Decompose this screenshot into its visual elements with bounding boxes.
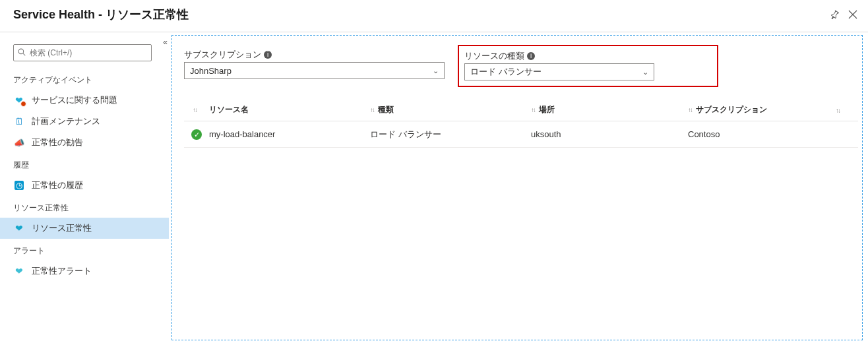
sidebar-item-planned-maintenance[interactable]: 計画メンテナンス xyxy=(0,111,169,132)
cell-name: my-load-balancer xyxy=(206,129,370,139)
blade-header: Service Health - リソース正常性 xyxy=(0,0,868,32)
col-header-location[interactable]: ↑↓場所 xyxy=(531,104,688,115)
sidebar-item-label: 正常性の勧告 xyxy=(32,137,83,148)
sidebar-item-label: 計画メンテナンス xyxy=(32,115,100,127)
filter-label-text: サブスクリプション xyxy=(184,49,261,61)
collapse-sidebar-icon[interactable]: « xyxy=(163,38,168,47)
sidebar-item-health-alerts[interactable]: 正常性アラート xyxy=(0,261,169,282)
subscription-dropdown[interactable]: JohnSharp ⌄ xyxy=(184,62,445,79)
chevron-down-icon: ⌄ xyxy=(433,67,439,75)
info-icon[interactable]: i xyxy=(264,51,272,59)
col-header-status[interactable]: ↑↓ xyxy=(187,106,206,113)
info-icon[interactable]: i xyxy=(527,52,535,60)
cell-location: uksouth xyxy=(531,129,688,139)
col-label: リソース名 xyxy=(209,105,249,114)
col-header-type[interactable]: ↑↓種類 xyxy=(370,104,531,115)
col-label: 種類 xyxy=(378,105,394,114)
col-label: サブスクリプション xyxy=(696,105,767,114)
megaphone-icon xyxy=(13,137,25,148)
chevron-down-icon: ⌄ xyxy=(642,68,648,77)
sidebar-item-label: 正常性アラート xyxy=(32,265,92,277)
status-ok-icon: ✓ xyxy=(191,129,202,140)
nav-group-resource-health: リソース正常性 xyxy=(0,196,169,218)
main-panel: サブスクリプション i JohnSharp ⌄ リソースの種類 i ロード バラ… xyxy=(171,35,863,340)
cell-status: ✓ xyxy=(187,129,206,140)
pin-icon[interactable] xyxy=(829,10,839,20)
search-icon xyxy=(18,48,26,58)
sort-icon: ↑↓ xyxy=(370,106,374,113)
filter-subscription-label: サブスクリプション i xyxy=(184,49,445,61)
filter-resource-type-label: リソースの種類 i xyxy=(464,50,712,62)
heart-pulse-icon xyxy=(13,222,25,234)
sidebar-item-label: サービスに関する問題 xyxy=(32,94,117,106)
dropdown-value: JohnSharp xyxy=(190,66,232,76)
filter-resource-type: リソースの種類 i ロード バランサー ⌄ xyxy=(458,45,718,87)
col-header-tail[interactable]: ↑↓ xyxy=(836,106,855,115)
filter-label-text: リソースの種類 xyxy=(464,50,524,62)
dropdown-value: ロード バランサー xyxy=(470,66,542,78)
sort-icon: ↑↓ xyxy=(688,106,692,113)
sidebar-item-label: 正常性の履歴 xyxy=(32,179,83,191)
nav-group-alerts: アラート xyxy=(0,239,169,261)
page-title: Service Health - リソース正常性 xyxy=(13,7,189,22)
calendar-icon xyxy=(13,115,25,127)
search-input[interactable] xyxy=(13,44,152,61)
sidebar-item-label: リソース正常性 xyxy=(32,222,92,234)
sort-icon: ↑↓ xyxy=(531,106,535,113)
heart-alert-icon xyxy=(13,265,25,277)
table-header-row: ↑↓ リソース名 ↑↓種類 ↑↓場所 ↑↓サブスクリプション ↑↓ xyxy=(184,99,858,121)
sidebar-item-health-history[interactable]: 正常性の履歴 xyxy=(0,175,169,196)
sidebar: « アクティブなイベント サービスに関する問題 計画メンテナンス 正常性の勧告 xyxy=(0,32,169,343)
sort-icon: ↑↓ xyxy=(836,107,840,114)
resource-type-dropdown[interactable]: ロード バランサー ⌄ xyxy=(464,63,654,80)
header-actions xyxy=(829,10,857,20)
close-icon[interactable] xyxy=(848,10,857,19)
filter-subscription: サブスクリプション i JohnSharp ⌄ xyxy=(184,49,445,87)
col-label: 場所 xyxy=(539,105,555,114)
heart-alert-icon xyxy=(13,94,25,106)
filter-bar: サブスクリプション i JohnSharp ⌄ リソースの種類 i ロード バラ… xyxy=(184,49,858,87)
nav-group-history: 履歴 xyxy=(0,153,169,175)
search-field[interactable] xyxy=(30,48,147,57)
sort-icon: ↑↓ xyxy=(193,106,197,113)
nav-group-active-events: アクティブなイベント xyxy=(0,68,169,90)
sidebar-item-health-advisories[interactable]: 正常性の勧告 xyxy=(0,132,169,153)
cell-subscription: Contoso xyxy=(688,129,836,139)
history-icon xyxy=(13,179,25,191)
col-header-subscription[interactable]: ↑↓サブスクリプション xyxy=(688,104,836,115)
cell-type: ロード バランサー xyxy=(370,129,531,140)
sidebar-item-resource-health[interactable]: リソース正常性 xyxy=(0,218,169,239)
sidebar-item-service-issues[interactable]: サービスに関する問題 xyxy=(0,90,169,111)
table-row[interactable]: ✓ my-load-balancer ロード バランサー uksouth Con… xyxy=(184,121,858,148)
resources-table: ↑↓ リソース名 ↑↓種類 ↑↓場所 ↑↓サブスクリプション ↑↓ ✓ my-l… xyxy=(184,99,858,148)
col-header-name[interactable]: リソース名 xyxy=(206,104,370,115)
svg-point-0 xyxy=(18,49,24,54)
